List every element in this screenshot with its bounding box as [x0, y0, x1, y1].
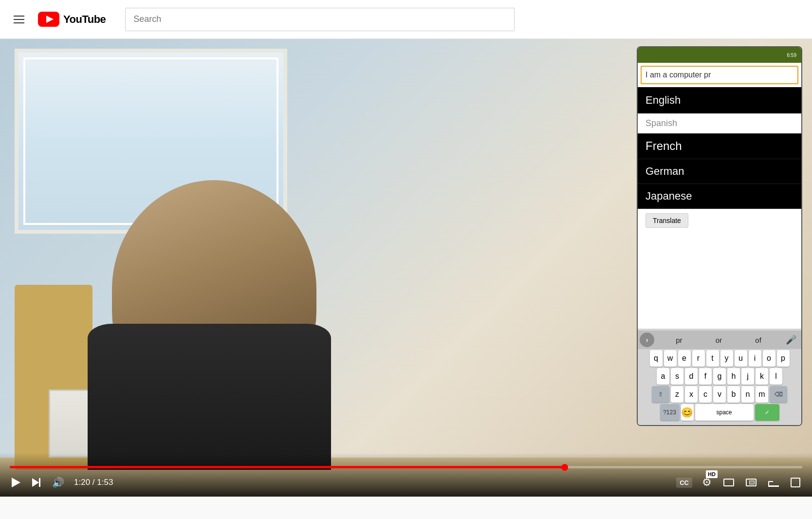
translator-input-area[interactable]: I am a computer pr: [641, 66, 798, 84]
key-e[interactable]: e: [678, 350, 691, 367]
key-u[interactable]: u: [735, 350, 747, 367]
key-k[interactable]: k: [756, 368, 768, 385]
search-container: [125, 8, 515, 31]
suggest-word-2[interactable]: or: [716, 336, 722, 344]
translate-button[interactable]: Translate: [646, 213, 688, 228]
lang-german[interactable]: German: [638, 159, 801, 184]
key-enter[interactable]: ✓: [755, 404, 779, 421]
header: YouTube: [0, 0, 812, 39]
suggestion-arrow[interactable]: ›: [640, 333, 654, 347]
key-o[interactable]: o: [763, 350, 775, 367]
key-g[interactable]: g: [713, 368, 726, 385]
search-input[interactable]: [125, 8, 515, 31]
miniplayer-button[interactable]: [744, 477, 758, 488]
key-comma[interactable]: 😊: [681, 404, 694, 421]
translate-button-area: Translate: [638, 209, 801, 232]
miniplayer-icon: [746, 479, 757, 486]
kbd-row-3: ⇧ z x c v b n m ⌫: [640, 386, 799, 403]
progress-bar-fill: [10, 466, 565, 468]
keyboard-area: › pr or of 🎤 q w e r t: [638, 329, 801, 425]
skip-icon: [32, 478, 40, 487]
hd-badge: HD: [706, 470, 718, 478]
progress-bar[interactable]: [10, 466, 802, 468]
phone-overlay: 6:59 I am a computer pr English Spanish …: [637, 46, 802, 426]
fullscreen-icon: [791, 478, 800, 487]
key-a[interactable]: a: [657, 368, 669, 385]
key-w[interactable]: w: [664, 350, 677, 367]
time-display: 1:20 / 1:53: [74, 478, 113, 487]
suggest-word-3[interactable]: of: [755, 336, 761, 344]
cast-button[interactable]: [766, 476, 781, 489]
key-v[interactable]: v: [713, 386, 726, 403]
key-b[interactable]: b: [727, 386, 740, 403]
cast-icon: [768, 478, 779, 487]
kbd-row-1: q w e r t y u i o p: [640, 350, 799, 367]
keyboard-suggestions: › pr or of 🎤: [638, 331, 801, 349]
play-icon: [12, 478, 20, 487]
lang-japanese[interactable]: Japanese: [638, 184, 801, 209]
controls-row: 🔊 1:20 / 1:53 CC ⚙ HD: [10, 474, 802, 491]
progress-indicator: [561, 464, 568, 471]
menu-icon[interactable]: [10, 12, 28, 27]
key-r[interactable]: r: [692, 350, 705, 367]
key-l[interactable]: l: [770, 368, 782, 385]
volume-icon: 🔊: [52, 477, 64, 488]
key-j[interactable]: j: [741, 368, 754, 385]
key-space[interactable]: space: [695, 404, 754, 421]
status-icons: 6:59: [787, 53, 796, 58]
play-button[interactable]: [10, 476, 22, 489]
key-m[interactable]: m: [756, 386, 768, 403]
key-q[interactable]: q: [650, 350, 663, 367]
lang-dark-group: French German Japanese: [638, 133, 801, 209]
settings-wrap: ⚙ HD: [700, 474, 714, 491]
kbd-row-4: ?123 😊 space ✓: [640, 404, 799, 421]
key-t[interactable]: t: [706, 350, 719, 367]
cc-button[interactable]: CC: [676, 478, 692, 488]
keyboard-mic-icon[interactable]: 🎤: [783, 334, 799, 345]
status-time: 6:59: [787, 53, 796, 58]
fullscreen-button[interactable]: [789, 476, 802, 489]
key-h[interactable]: h: [727, 368, 740, 385]
key-c[interactable]: c: [699, 386, 712, 403]
key-numbers[interactable]: ?123: [660, 404, 680, 421]
suggestion-words: pr or of: [655, 336, 782, 344]
phone-status-bar: 6:59: [638, 47, 801, 63]
skip-button[interactable]: [30, 476, 42, 489]
lang-spanish[interactable]: Spanish: [638, 113, 801, 133]
keyboard-rows: q w e r t y u i o p a s: [638, 349, 801, 423]
key-x[interactable]: x: [685, 386, 698, 403]
kbd-row-2: a s d f g h j k l: [640, 368, 799, 385]
key-shift[interactable]: ⇧: [652, 386, 669, 403]
key-y[interactable]: y: [720, 350, 733, 367]
youtube-icon: [38, 12, 59, 27]
lang-english[interactable]: English: [638, 87, 801, 113]
scene-jacket: [88, 324, 331, 470]
translator-input-text: I am a computer pr: [646, 71, 794, 79]
video-player[interactable]: 6:59 I am a computer pr English Spanish …: [0, 39, 812, 497]
video-controls: 🔊 1:20 / 1:53 CC ⚙ HD: [0, 453, 812, 497]
language-list: English Spanish French German Japanese T…: [638, 87, 801, 329]
key-n[interactable]: n: [741, 386, 754, 403]
volume-button[interactable]: 🔊: [50, 475, 66, 490]
key-f[interactable]: f: [699, 368, 712, 385]
theater-icon: [723, 479, 734, 486]
key-delete[interactable]: ⌫: [770, 386, 787, 403]
youtube-text: YouTube: [63, 13, 106, 26]
theater-button[interactable]: [721, 477, 736, 488]
key-d[interactable]: d: [685, 368, 698, 385]
key-i[interactable]: i: [749, 350, 761, 367]
translator-app: I am a computer pr English Spanish Frenc…: [638, 63, 801, 425]
key-p[interactable]: p: [777, 350, 790, 367]
lang-french[interactable]: French: [638, 133, 801, 159]
key-z[interactable]: z: [671, 386, 683, 403]
key-s[interactable]: s: [671, 368, 683, 385]
youtube-logo[interactable]: YouTube: [38, 12, 106, 27]
suggest-word-1[interactable]: pr: [676, 336, 682, 344]
